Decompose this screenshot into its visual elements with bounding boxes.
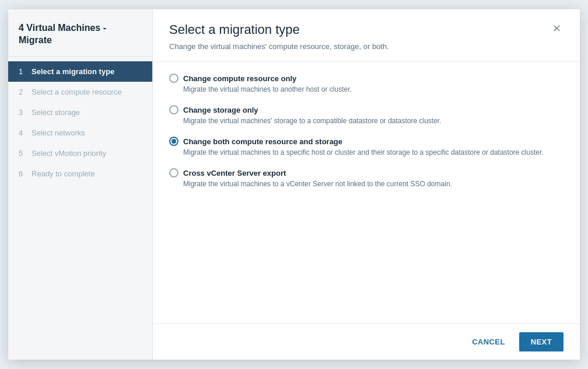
radio-3[interactable] xyxy=(169,137,178,146)
step-label: Select a migration type xyxy=(32,67,114,76)
option-label-row-2[interactable]: Change storage only xyxy=(169,105,564,114)
main-header: Select a migration type ✕ xyxy=(153,9,580,37)
option-label-text-1: Change compute resource only xyxy=(183,74,296,83)
step-num: 2 xyxy=(19,88,28,96)
sidebar-title: 4 Virtual Machines - Migrate xyxy=(8,9,152,57)
option-desc-1: Migrate the virtual machines to another … xyxy=(183,84,564,95)
option-desc-3: Migrate the virtual machines to a specif… xyxy=(183,147,564,158)
option-desc-2: Migrate the virtual machines' storage to… xyxy=(183,116,564,126)
option-item-2: Change storage onlyMigrate the virtual m… xyxy=(169,105,564,126)
sidebar-step-4[interactable]: 4Select networks xyxy=(8,123,152,143)
cancel-button[interactable]: CANCEL xyxy=(464,333,513,351)
next-button[interactable]: NEXT xyxy=(519,332,564,351)
step-label: Select networks xyxy=(32,128,85,137)
page-title: Select a migration type xyxy=(169,22,300,37)
step-num: 3 xyxy=(19,108,28,117)
step-label: Select storage xyxy=(32,108,80,117)
sidebar: 4 Virtual Machines - Migrate 1Select a m… xyxy=(8,9,153,360)
footer: CANCEL NEXT xyxy=(153,323,580,360)
option-label-text-4: Cross vCenter Server export xyxy=(183,169,286,177)
radio-1[interactable] xyxy=(169,74,178,83)
dialog: 4 Virtual Machines - Migrate 1Select a m… xyxy=(8,9,580,360)
step-num: 4 xyxy=(19,128,28,137)
sidebar-step-3[interactable]: 3Select storage xyxy=(8,102,152,123)
option-item-1: Change compute resource onlyMigrate the … xyxy=(169,74,564,95)
step-num: 5 xyxy=(19,149,28,158)
sidebar-step-1[interactable]: 1Select a migration type xyxy=(8,61,152,82)
main-body: Change compute resource onlyMigrate the … xyxy=(153,62,580,323)
option-desc-4: Migrate the virtual machines to a vCente… xyxy=(183,179,564,189)
sidebar-step-6[interactable]: 6Ready to complete xyxy=(8,163,152,184)
close-button[interactable]: ✕ xyxy=(550,22,564,35)
step-label: Select vMotion priority xyxy=(32,149,106,158)
option-label-text-2: Change storage only xyxy=(183,106,258,114)
option-item-4: Cross vCenter Server exportMigrate the v… xyxy=(169,168,564,189)
step-num: 6 xyxy=(19,169,28,178)
sidebar-step-2[interactable]: 2Select a compute resource xyxy=(8,82,152,102)
sidebar-step-5[interactable]: 5Select vMotion priority xyxy=(8,143,152,163)
step-label: Select a compute resource xyxy=(32,88,122,96)
radio-2[interactable] xyxy=(169,105,178,114)
option-label-row-3[interactable]: Change both compute resource and storage xyxy=(169,137,564,146)
sidebar-steps: 1Select a migration type2Select a comput… xyxy=(8,57,152,189)
step-num: 1 xyxy=(19,67,28,76)
option-label-row-1[interactable]: Change compute resource only xyxy=(169,74,564,83)
migration-options: Change compute resource onlyMigrate the … xyxy=(169,74,564,189)
step-label: Ready to complete xyxy=(32,169,94,178)
option-label-row-4[interactable]: Cross vCenter Server export xyxy=(169,168,564,177)
subtitle: Change the virtual machines' compute res… xyxy=(153,37,580,62)
option-item-3: Change both compute resource and storage… xyxy=(169,137,564,158)
main-content: Select a migration type ✕ Change the vir… xyxy=(153,9,580,360)
option-label-text-3: Change both compute resource and storage xyxy=(183,137,342,146)
radio-4[interactable] xyxy=(169,168,178,177)
